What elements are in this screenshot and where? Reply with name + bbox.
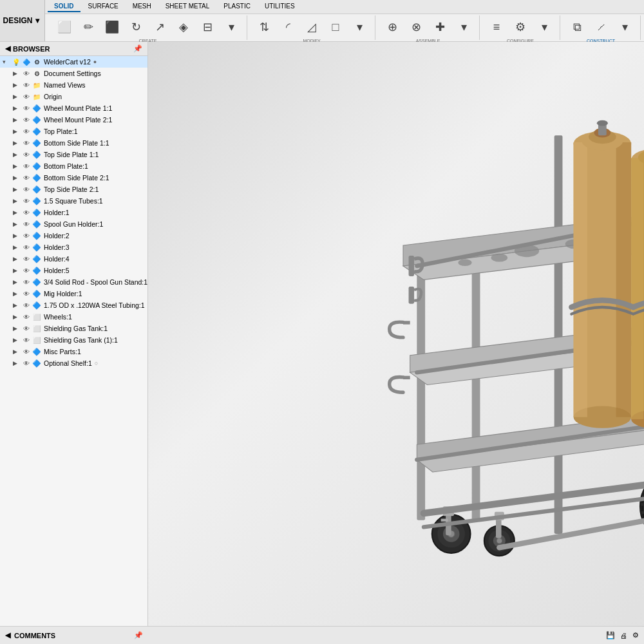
tab-surface[interactable]: SURFACE [82, 1, 125, 12]
toolbar-icon-assemble[interactable]: ✚ [428, 15, 451, 39]
tree-item[interactable]: ▶ 👁🔷 Bottom Plate:1 [0, 160, 147, 172]
3d-viewport[interactable]: 💾 🖨 ⚙ [148, 42, 644, 644]
toolbar-icon-create[interactable]: ↗ [148, 15, 171, 39]
tree-item[interactable]: ▶ 👁🔷 3/4 Solid Rod - Spool Gun Stand:1 [0, 276, 147, 288]
tree-item-label: Holder:3 [44, 243, 70, 251]
tab-utilities[interactable]: UTILITIES [258, 1, 301, 12]
tree-item[interactable]: ▶ 👁⬜ Wheels:1 [0, 311, 147, 323]
toolbar-icon-create[interactable]: ▾ [220, 15, 243, 39]
tree-item[interactable]: ▶ 👁🔷 Top Side Plate 1:1 [0, 149, 147, 160]
svg-line-79 [424, 479, 644, 513]
toolbar-icon-create[interactable]: ⬛ [100, 15, 124, 39]
tree-item[interactable]: ▶ 👁📁 Named Views [0, 79, 147, 91]
tree-item-label: Top Side Plate 2:1 [44, 185, 99, 193]
toolbar-icon-create[interactable]: ✏ [77, 15, 100, 39]
toolbar-icon-modify[interactable]: ▾ [348, 15, 371, 39]
component-icon: 🔷 [32, 289, 41, 298]
eye-icon: 👁 [22, 254, 31, 263]
tree-item[interactable]: ▶ 👁⬜ Shielding Gas Tank:1 [0, 323, 147, 334]
tree-expand-arrow: ▶ [13, 244, 22, 251]
eye-icon: 👁 [22, 115, 31, 124]
tab-solid[interactable]: SOLID [48, 1, 80, 12]
toolbar-icon-create[interactable]: ⊟ [196, 15, 219, 39]
tree-item[interactable]: ▶ 👁🔷 Holder:4 [0, 253, 147, 265]
settings-icon[interactable]: ⚙ [632, 631, 639, 639]
browser-sidebar: ◀ BROWSER 📌 ▾ 💡 🔷 ⚙ WelderCart v12 ● ▶ 👁… [0, 42, 148, 644]
browser-collapse-icon[interactable]: ◀ [5, 44, 10, 53]
tree-expand-arrow: ▶ [13, 360, 22, 366]
toolbar-icon-assemble[interactable]: ⊗ [404, 15, 428, 39]
tree-item[interactable]: ▶ 👁🔷 Holder:1 [0, 207, 147, 218]
toolbar-icon-configure[interactable]: ≡ [485, 15, 508, 39]
tree-item[interactable]: ▶ 👁🔷 1.75 OD x .120WA Steel Tubing:1 [0, 299, 147, 311]
toolbar-icon-configure[interactable]: ⚙ [509, 15, 532, 39]
toolbar-icon-create[interactable]: ⬜ [53, 15, 76, 39]
tree-item[interactable]: ▶ 👁🔷 Misc Parts:1 [0, 346, 147, 357]
toolbar-icon-construct[interactable]: ▾ [613, 15, 636, 39]
tree-item[interactable]: ▶ 👁🔷 Holder:5 [0, 265, 147, 276]
tree-root[interactable]: ▾ 💡 🔷 ⚙ WelderCart v12 ● [0, 56, 147, 68]
tree-item-label: Optional Shelf:1 [44, 359, 92, 367]
tree-expand-arrow: ▶ [13, 279, 22, 285]
tree-item-label: 1.5 Square Tubes:1 [44, 197, 103, 205]
tree-item[interactable]: ▶ 👁🔷 Wheel Mount Plate 2:1 [0, 114, 147, 126]
toolbar-icon-construct[interactable]: ⟋ [589, 15, 612, 39]
comments-pin-icon[interactable]: 📌 [134, 631, 143, 639]
comments-collapse-icon[interactable]: ◀ [5, 631, 10, 639]
toolbar-icon-assemble[interactable]: ▾ [452, 15, 475, 39]
component-icon: 🔷 [32, 347, 41, 356]
toolbar-icon-modify[interactable]: ⇅ [252, 15, 276, 39]
toolbar-icon-assemble[interactable]: ⊕ [381, 15, 404, 39]
tree-expand-arrow: ▶ [13, 198, 22, 204]
tree-expand-arrow: ▶ [13, 209, 22, 216]
tree-item[interactable]: ▶ 👁🔷 Holder:3 [0, 242, 147, 253]
tree-item-label: Bottom Plate:1 [44, 162, 88, 170]
toolbar-icon-modify[interactable]: ◿ [300, 15, 323, 39]
eye-icon: 👁 [22, 312, 31, 321]
design-button[interactable]: DESIGN ▾ [0, 0, 45, 41]
tree-item[interactable]: ▶ 👁📁 Origin [0, 91, 147, 102]
tree-expand-arrow: ▶ [13, 70, 22, 77]
tree-expand-arrow: ▶ [13, 348, 22, 355]
eye-icon: 👁 [22, 185, 31, 194]
tree-item[interactable]: ▶ 👁🔷 Optional Shelf:1○ [0, 357, 147, 369]
tree-item[interactable]: ▶ 👁🔷 Top Side Plate 2:1 [0, 184, 147, 195]
tree-item[interactable]: ▶ 👁🔷 Spool Gun Holder:1 [0, 218, 147, 230]
settings-icon-root[interactable]: ⚙ [32, 57, 41, 66]
component-icon: 🔷 [32, 254, 41, 263]
toolbar-icon-create[interactable]: ◈ [172, 15, 195, 39]
toolbar-icon-construct[interactable]: ⧉ [565, 15, 589, 39]
tree-item[interactable]: ▶ 👁🔷 Wheel Mount Plate 1:1 [0, 102, 147, 114]
tree-item[interactable]: ▶ 👁🔷 1.5 Square Tubes:1 [0, 195, 147, 207]
eye-icon: 👁 [22, 80, 31, 90]
toolbar-icon-modify[interactable]: □ [324, 15, 347, 39]
tree-item[interactable]: ▶ 👁🔷 Bottom Side Plate 2:1 [0, 172, 147, 184]
tab-mesh[interactable]: MESH [126, 1, 158, 12]
tree-item[interactable]: ▶ 👁🔷 Top Plate:1 [0, 126, 147, 137]
browser-title: BROWSER [13, 45, 50, 53]
eye-icon: 👁 [22, 220, 31, 229]
eye-icon: 👁 [22, 92, 31, 101]
body-icon: ⬜ [32, 324, 41, 333]
tree-item[interactable]: ▶ 👁🔷 Mig Holder:1 [0, 288, 147, 299]
toolbar-icon-modify[interactable]: ◜ [276, 15, 299, 39]
toolbar-group-modify: ⇅◜◿□▾MODIFY [249, 15, 375, 40]
tree-item[interactable]: ▶ 👁⬜ Shielding Gas Tank (1):1 [0, 334, 147, 346]
toolbar-icon-create[interactable]: ↻ [124, 15, 147, 39]
tree-item[interactable]: ▶ 👁🔷 Bottom Side Plate 1:1 [0, 137, 147, 149]
toolbar-icon-configure[interactable]: ▾ [533, 15, 556, 39]
save-icon[interactable]: 💾 [606, 631, 615, 639]
print-icon[interactable]: 🖨 [620, 632, 627, 639]
eye-icon: 👁 [22, 243, 31, 252]
tree-item[interactable]: ▶ 👁🔷 Holder:2 [0, 230, 147, 242]
tab-plastic[interactable]: PLASTIC [217, 1, 257, 12]
tree-item[interactable]: ▶ 👁⚙ Document Settings [0, 68, 147, 79]
browser-tree: ▾ 💡 🔷 ⚙ WelderCart v12 ● ▶ 👁⚙ Document S… [0, 56, 147, 626]
tree-expand-arrow: ▶ [13, 232, 22, 239]
tab-sheet-metal[interactable]: SHEET METAL [159, 1, 216, 12]
tree-item-label: Origin [44, 93, 62, 100]
component-icon: 🔷 [32, 127, 41, 136]
tree-expand-arrow: ▶ [13, 314, 22, 320]
browser-pin-icon[interactable]: 📌 [133, 44, 142, 53]
tree-arrow: ▾ [3, 59, 12, 65]
